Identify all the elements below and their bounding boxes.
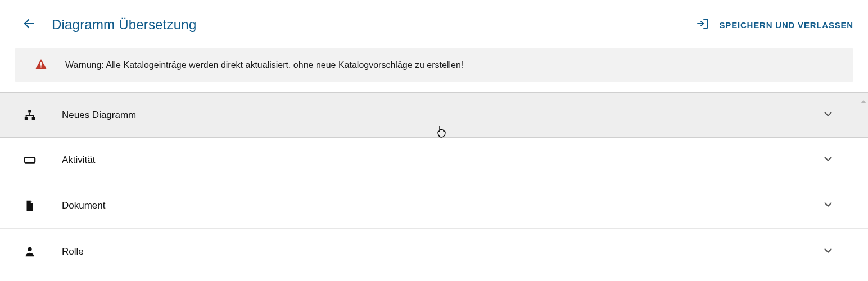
page-title: Diagramm Übersetzung <box>52 17 196 33</box>
save-exit-label: SPEICHERN UND VERLASSEN <box>720 20 853 30</box>
svg-rect-7 <box>25 157 35 162</box>
svg-rect-4 <box>28 110 31 112</box>
chevron-down-icon <box>822 108 834 123</box>
warning-text: Warnung: Alle Katalogeinträge werden dir… <box>65 60 463 70</box>
warning-banner: Warnung: Alle Katalogeinträge werden dir… <box>15 48 853 82</box>
header-left: Diagramm Übersetzung <box>22 17 196 33</box>
row-rolle[interactable]: Rolle <box>0 229 868 274</box>
row-aktivitaet[interactable]: Aktivität <box>0 138 868 183</box>
sitemap-icon <box>22 109 37 121</box>
row-dokument[interactable]: Dokument <box>0 183 868 229</box>
row-neues-diagramm[interactable]: Neues Diagramm <box>0 92 868 138</box>
svg-rect-5 <box>25 117 28 120</box>
row-label: Dokument <box>62 200 822 211</box>
person-icon <box>22 246 37 258</box>
header-bar: Diagramm Übersetzung SPEICHERN UND VERLA… <box>0 0 868 44</box>
chevron-down-icon <box>822 198 834 213</box>
activity-icon <box>22 154 37 166</box>
document-icon <box>22 200 37 212</box>
chevron-down-icon <box>822 153 834 167</box>
svg-rect-3 <box>40 67 42 68</box>
arrow-left-icon <box>22 17 36 33</box>
exit-icon <box>696 17 709 33</box>
accordion-list: Neues Diagramm Aktivität Dok <box>0 92 868 274</box>
chevron-down-icon <box>822 244 834 259</box>
warning-icon <box>35 58 47 72</box>
row-label: Rolle <box>62 246 822 257</box>
save-exit-button[interactable]: SPEICHERN UND VERLASSEN <box>696 17 853 33</box>
row-label: Neues Diagramm <box>62 110 822 121</box>
svg-rect-2 <box>40 62 42 65</box>
svg-rect-6 <box>32 117 35 120</box>
svg-point-8 <box>28 247 31 251</box>
scroll-up-indicator[interactable] <box>861 100 866 103</box>
back-button[interactable] <box>22 18 36 31</box>
row-label: Aktivität <box>62 155 822 166</box>
